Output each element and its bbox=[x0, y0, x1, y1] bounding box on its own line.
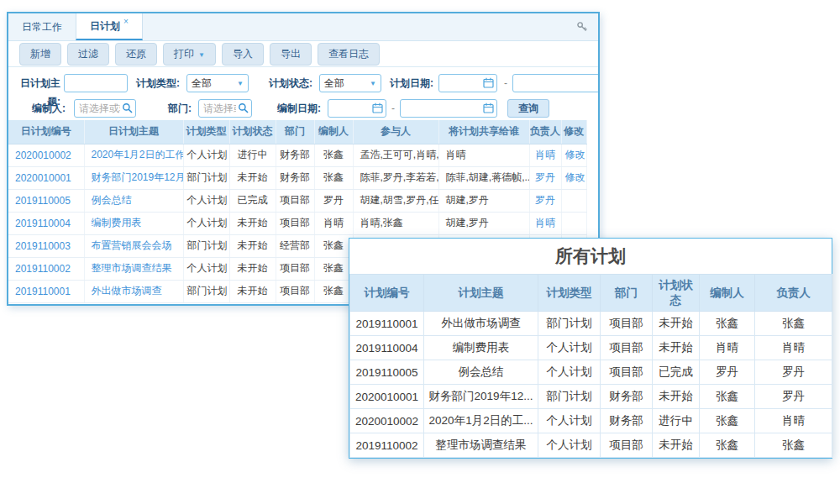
filter-button[interactable]: 过滤 bbox=[67, 43, 109, 66]
subject-filter-input[interactable] bbox=[64, 74, 128, 92]
plan-type: 个人计划 bbox=[183, 189, 229, 212]
plan-owner-link[interactable]: 罗丹 bbox=[535, 171, 555, 183]
plan-subject-link[interactable]: 布置营销展会会场 bbox=[92, 239, 172, 251]
plan-subject-link[interactable]: 财务部门2019年12月的... bbox=[92, 171, 184, 183]
col-header[interactable]: 负责人 bbox=[529, 120, 561, 144]
calendar-icon[interactable] bbox=[483, 77, 494, 88]
plan-dept: 项目部 bbox=[276, 257, 314, 280]
col-header: 计划编号 bbox=[350, 275, 424, 312]
plan-status-select[interactable]: 全部 ▼ bbox=[319, 74, 381, 92]
plan-owner-link[interactable]: 罗丹 bbox=[535, 194, 555, 206]
calendar-icon[interactable] bbox=[372, 102, 383, 113]
plan-id-link[interactable]: 2019110005 bbox=[15, 195, 71, 207]
table-header-row: 计划编号 计划主题 计划类型 部门 计划状态 编制人 负责人 bbox=[350, 275, 832, 312]
plan-dept: 项目部 bbox=[601, 360, 653, 385]
toolbar: 新增 过滤 还原 打印▼ 导入 导出 查看日志 bbox=[8, 41, 598, 67]
table-row[interactable]: 2019110004 编制费用表 个人计划 未开始 项目部 肖晴 肖晴,张鑫 胡… bbox=[8, 212, 586, 234]
col-header[interactable]: 日计划主题 bbox=[84, 120, 183, 144]
table-row: 2019110005 例会总结 个人计划 项目部 已完成 罗丹 罗丹 bbox=[350, 360, 832, 385]
chevron-down-icon: ▼ bbox=[370, 80, 376, 87]
plan-owner: 张鑫 bbox=[755, 433, 832, 458]
plan-dept: 项目部 bbox=[601, 312, 653, 336]
plan-type: 个人计划 bbox=[183, 144, 229, 166]
plan-author: 罗丹 bbox=[314, 189, 353, 212]
tab-label: 日计划 bbox=[90, 19, 120, 34]
plan-owner-link[interactable]: 肖晴 bbox=[535, 149, 555, 160]
plan-dept: 财务部 bbox=[601, 409, 653, 433]
import-button[interactable]: 导入 bbox=[222, 43, 264, 66]
plan-subject: 2020年1月2日的工... bbox=[424, 409, 538, 433]
query-button[interactable]: 查询 bbox=[507, 99, 549, 118]
new-button[interactable]: 新增 bbox=[19, 43, 61, 66]
search-icon[interactable] bbox=[238, 102, 249, 113]
plan-author: 罗丹 bbox=[700, 360, 755, 385]
plan-status-filter-label: 计划状态: bbox=[260, 74, 312, 92]
table-row[interactable]: 2020010001 财务部门2019年12月的... 部门计划 未开始 财务部… bbox=[8, 166, 586, 189]
plan-dept: 财务部 bbox=[601, 385, 653, 409]
plan-share: 陈菲,胡建,蒋德帧,... bbox=[438, 166, 529, 189]
plan-id-link[interactable]: 2020010001 bbox=[15, 172, 71, 184]
search-icon[interactable] bbox=[122, 102, 133, 113]
plan-id-link[interactable]: 2019110004 bbox=[15, 218, 71, 229]
plan-owner: 罗丹 bbox=[755, 385, 832, 409]
plan-author: 张鑫 bbox=[314, 144, 353, 166]
plan-subject-link[interactable]: 编制费用表 bbox=[92, 217, 142, 228]
plan-subject-link[interactable]: 2020年1月2日的工作日... bbox=[92, 149, 184, 160]
table-row: 2020010001 财务部门2019年12... 部门计划 财务部 未开始 张… bbox=[350, 385, 832, 409]
close-icon[interactable]: × bbox=[123, 17, 129, 26]
plan-status: 未开始 bbox=[229, 280, 276, 302]
key-icon[interactable] bbox=[576, 21, 588, 33]
col-header[interactable]: 计划状态 bbox=[229, 120, 276, 144]
plan-status: 未开始 bbox=[229, 166, 276, 189]
col-header[interactable]: 日计划编号 bbox=[8, 120, 84, 144]
tab-daily-plan[interactable]: 日计划 × bbox=[76, 13, 143, 40]
plan-subject-link[interactable]: 外出做市场调查 bbox=[92, 285, 162, 297]
author-filter-label: 编制人: bbox=[13, 99, 66, 118]
col-header[interactable]: 部门 bbox=[276, 120, 314, 144]
print-button[interactable]: 打印▼ bbox=[163, 43, 216, 66]
plan-date-to-input[interactable] bbox=[512, 74, 600, 92]
plan-status: 未开始 bbox=[229, 257, 276, 280]
plan-subject-link[interactable]: 整理市场调查结果 bbox=[92, 262, 172, 274]
plan-id-link[interactable]: 2019110001 bbox=[15, 286, 71, 297]
plan-owner-link[interactable]: 肖晴 bbox=[535, 217, 555, 228]
col-header[interactable]: 修改 bbox=[561, 120, 586, 144]
plan-subject: 财务部门2019年12... bbox=[424, 385, 538, 409]
col-header[interactable]: 计划类型 bbox=[183, 120, 229, 144]
plan-author: 张鑫 bbox=[314, 257, 353, 280]
restore-button[interactable]: 还原 bbox=[115, 43, 157, 66]
col-header[interactable]: 参与人 bbox=[353, 120, 438, 144]
plan-dept: 项目部 bbox=[276, 280, 314, 302]
plan-dept: 项目部 bbox=[276, 189, 314, 212]
modify-link[interactable]: 修改 bbox=[565, 171, 585, 183]
plan-id-link[interactable]: 2019110003 bbox=[15, 240, 71, 252]
plan-author: 张鑫 bbox=[314, 280, 353, 302]
plan-type: 部门计划 bbox=[183, 280, 229, 302]
plan-id: 2019110001 bbox=[350, 312, 424, 336]
all-plans-table: 计划编号 计划主题 计划类型 部门 计划状态 编制人 负责人 201911000… bbox=[349, 274, 832, 458]
plan-status: 进行中 bbox=[229, 144, 276, 166]
col-header[interactable]: 将计划共享给谁 bbox=[438, 120, 529, 144]
view-log-button[interactable]: 查看日志 bbox=[318, 43, 380, 66]
plan-id-link[interactable]: 2019110002 bbox=[15, 263, 71, 275]
export-button[interactable]: 导出 bbox=[270, 43, 312, 66]
table-row: 2019110004 编制费用表 个人计划 项目部 未开始 肖晴 肖晴 bbox=[350, 336, 832, 360]
table-row[interactable]: 2019110005 例会总结 个人计划 已完成 项目部 罗丹 胡建,胡雪,罗丹… bbox=[8, 189, 586, 212]
plan-id: 2019110005 bbox=[350, 360, 424, 385]
plan-subject-link[interactable]: 例会总结 bbox=[92, 194, 132, 206]
plan-author: 张鑫 bbox=[700, 385, 755, 409]
tab-daily-work[interactable]: 日常工作 bbox=[8, 13, 76, 40]
plan-dept: 项目部 bbox=[601, 336, 653, 360]
plan-id-link[interactable]: 2020010002 bbox=[15, 150, 71, 161]
plan-author: 张鑫 bbox=[314, 234, 353, 257]
table-row[interactable]: 2020010002 2020年1月2日的工作日... 个人计划 进行中 财务部… bbox=[8, 144, 586, 166]
plan-owner: 罗丹 bbox=[755, 360, 832, 385]
col-header[interactable]: 编制人 bbox=[314, 120, 353, 144]
calendar-icon[interactable] bbox=[483, 102, 494, 113]
plan-id: 2020010002 bbox=[350, 409, 424, 433]
plan-type-select[interactable]: 全部 ▼ bbox=[186, 74, 249, 92]
plan-type: 个人计划 bbox=[538, 360, 601, 385]
tab-bar: 日常工作 日计划 × bbox=[8, 13, 598, 41]
chevron-down-icon: ▼ bbox=[198, 51, 205, 59]
modify-link[interactable]: 修改 bbox=[565, 149, 585, 160]
